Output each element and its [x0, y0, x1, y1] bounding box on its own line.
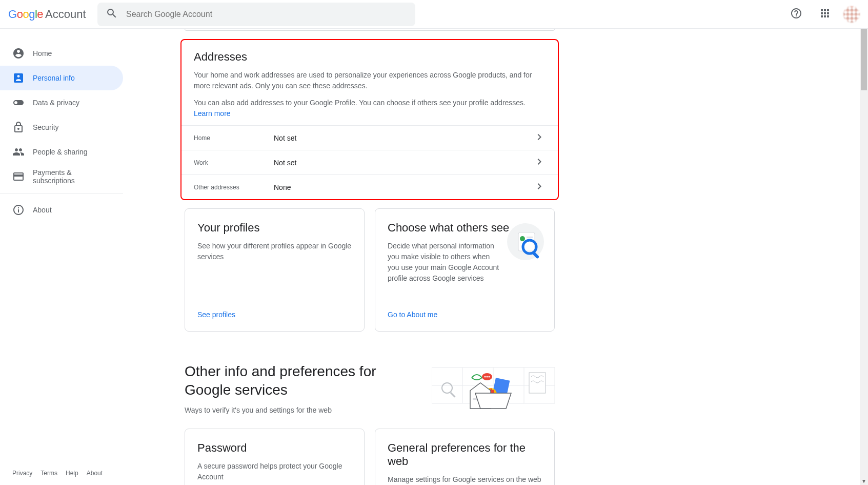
svg-point-18	[489, 376, 490, 378]
footer-help-link[interactable]: Help	[66, 470, 78, 477]
svg-point-2	[520, 236, 525, 241]
sidebar-item-about[interactable]: About	[0, 198, 123, 222]
footer-terms-link[interactable]: Terms	[41, 470, 57, 477]
info-icon	[12, 204, 25, 216]
header-right	[786, 4, 860, 25]
sidebar-item-people-sharing[interactable]: People & sharing	[0, 140, 123, 164]
addresses-desc-2: You can also add addresses to your Googl…	[194, 98, 546, 119]
svg-rect-13	[450, 392, 456, 398]
sidebar-item-payments[interactable]: Payments & subscriptions	[0, 164, 123, 189]
svg-point-17	[487, 376, 488, 378]
help-button[interactable]	[786, 4, 806, 25]
sidebar-footer: Privacy Terms Help About	[0, 461, 144, 485]
sidebar-item-label: Home	[33, 49, 52, 57]
nav-divider	[0, 193, 123, 193]
general-prefs-card[interactable]: General preferences for the web Manage s…	[375, 429, 555, 485]
address-row-other[interactable]: Other addresses None	[181, 174, 558, 199]
go-to-about-me-link[interactable]: Go to About me	[388, 290, 542, 319]
people-icon	[12, 146, 25, 158]
sidebar-item-label: Security	[33, 123, 59, 131]
google-logo: Google	[8, 8, 43, 21]
search-bar[interactable]	[97, 3, 415, 26]
choose-what-others-see-card: Choose what others see Decide what perso…	[375, 208, 555, 332]
password-desc: A secure password helps protect your Goo…	[197, 461, 352, 482]
help-icon	[790, 7, 802, 22]
sidebar-item-label: Personal info	[33, 74, 75, 82]
general-prefs-desc: Manage settings for Google services on t…	[388, 474, 542, 485]
search-input[interactable]	[126, 10, 407, 19]
logo-area[interactable]: Google Account	[8, 8, 95, 21]
profile-magnifier-icon	[507, 223, 544, 260]
addresses-title: Addresses	[194, 50, 546, 64]
addresses-card: Addresses Your home and work addresses a…	[180, 39, 559, 200]
footer-privacy-link[interactable]: Privacy	[12, 470, 32, 477]
your-profiles-card: Your profiles See how your different pro…	[185, 208, 365, 332]
address-row-home[interactable]: Home Not set	[181, 125, 558, 150]
sidebar-item-personal-info[interactable]: Personal info	[0, 66, 123, 90]
see-profiles-link[interactable]: See profiles	[197, 290, 352, 319]
chevron-right-icon	[533, 156, 546, 170]
footer-about-link[interactable]: About	[87, 470, 103, 477]
row-label: Other addresses	[194, 184, 274, 191]
search-icon	[106, 7, 118, 22]
lock-icon	[12, 121, 25, 133]
row-label: Home	[194, 134, 274, 142]
apps-grid-icon	[819, 7, 831, 22]
card-icon	[12, 170, 25, 183]
sidebar-item-label: About	[33, 206, 52, 214]
chevron-right-icon	[533, 131, 546, 145]
profiles-title: Your profiles	[197, 221, 352, 235]
id-card-icon	[12, 72, 25, 84]
sidebar-item-home[interactable]: Home	[0, 41, 123, 66]
avatar[interactable]	[843, 6, 860, 23]
password-title: Password	[197, 441, 352, 455]
sidebar-item-label: People & sharing	[33, 148, 88, 156]
row-value: Not set	[274, 134, 533, 142]
svg-rect-3	[527, 237, 533, 238]
apps-button[interactable]	[815, 4, 835, 25]
general-prefs-title: General preferences for the web	[388, 441, 542, 468]
address-row-work[interactable]: Work Not set	[181, 150, 558, 174]
row-value: None	[274, 183, 533, 191]
header-bar: Google Account	[0, 0, 868, 29]
profiles-desc: See how your different profiles appear i…	[197, 241, 352, 262]
sidebar-item-label: Payments & subscriptions	[33, 168, 111, 185]
learn-more-link[interactable]: Learn more	[194, 109, 231, 118]
other-info-heading: Other info and preferences for Google se…	[185, 362, 401, 400]
main-content: Addresses Your home and work addresses a…	[144, 29, 868, 485]
svg-point-12	[442, 383, 452, 393]
sidebar-item-label: Data & privacy	[33, 99, 79, 107]
home-icon	[12, 47, 25, 60]
password-card[interactable]: Password A secure password helps protect…	[185, 429, 365, 485]
prev-card-stub	[185, 29, 555, 31]
other-info-sub: Ways to verify it's you and settings for…	[185, 406, 401, 414]
account-product-text: Account	[45, 8, 86, 21]
row-label: Work	[194, 159, 274, 166]
scroll-down-arrow-icon[interactable]: ▼	[860, 477, 868, 485]
toggle-icon	[12, 96, 25, 109]
chevron-right-icon	[533, 180, 546, 195]
row-value: Not set	[274, 159, 533, 167]
scrollbar-track[interactable]: ▲ ▼	[860, 0, 868, 485]
svg-point-16	[485, 376, 486, 378]
sidebar-item-security[interactable]: Security	[0, 115, 123, 140]
addresses-desc-1: Your home and work addresses are used to…	[194, 70, 546, 91]
others-see-desc: Decide what personal information you mak…	[388, 241, 500, 284]
sidebar: Home Personal info Data & privacy Securi…	[0, 29, 144, 485]
addresses-desc-2-text: You can also add addresses to your Googl…	[194, 99, 526, 107]
preferences-illustration-icon	[432, 362, 555, 414]
sidebar-item-data-privacy[interactable]: Data & privacy	[0, 90, 123, 115]
